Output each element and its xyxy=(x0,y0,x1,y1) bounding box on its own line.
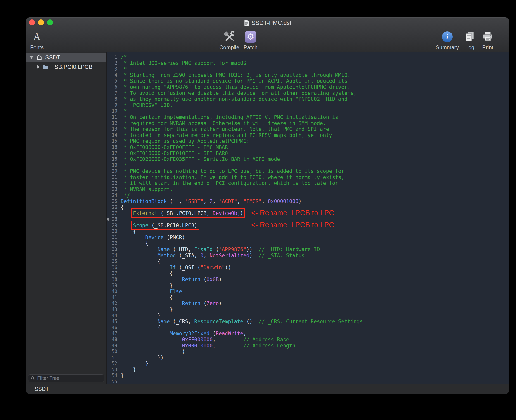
status-bar: SSDT xyxy=(26,384,509,394)
code-line[interactable]: * 0xFE010000~0xFE010FFF - SPI BAR0 xyxy=(121,150,509,157)
code-line[interactable]: * xyxy=(121,66,509,72)
code-line[interactable]: * PMC device has nothing to do to LPC bu… xyxy=(121,168,509,174)
line-number: 3 xyxy=(107,66,117,72)
editor[interactable]: 1234567891011121314151617181920212223242… xyxy=(107,52,509,384)
print-button[interactable]: Print xyxy=(473,30,502,51)
code-line[interactable]: /* xyxy=(121,54,509,60)
code-line[interactable]: * faster initialisation. If we add it to… xyxy=(121,174,509,180)
code-line[interactable]: * Since there is no standard device for … xyxy=(121,78,509,84)
sidebar: SSDT _SB.PCI0.LPCB xyxy=(26,52,106,384)
code-line[interactable]: { xyxy=(121,228,509,234)
line-number: 13 xyxy=(107,126,117,132)
code-line[interactable]: { xyxy=(121,258,509,264)
code-line[interactable]: * xyxy=(121,108,509,114)
code-line[interactable]: * 0xFE020000~0xFE035FFF - SerialIo BAR i… xyxy=(121,156,509,162)
code-line[interactable]: Method (_STA, 0, NotSerialized) // _STA:… xyxy=(121,253,509,259)
highlight-box: Scope (_SB.PCI0.LPCB) xyxy=(133,222,197,228)
code-line[interactable]: } xyxy=(121,313,509,319)
sidebar-item-sb-pci0-lpcb[interactable]: _SB.PCI0.LPCB xyxy=(26,62,106,72)
line-number: 2 xyxy=(107,60,117,66)
line-number: 36 xyxy=(107,264,117,270)
line-number: 5 xyxy=(107,78,117,84)
code-line[interactable]: * On certain implementations, including … xyxy=(121,114,509,120)
filter-tree-input[interactable] xyxy=(37,375,102,381)
code-line[interactable]: } xyxy=(121,373,509,379)
search-icon xyxy=(30,376,35,380)
status-text: SSDT xyxy=(35,386,49,392)
code-line[interactable]: * PMC region is used by AppleIntelPCHPMC… xyxy=(121,138,509,144)
line-number: 53 xyxy=(107,367,117,373)
code-line[interactable]: } xyxy=(121,360,509,367)
code-line[interactable]: * as they normally use another non-stand… xyxy=(121,96,509,102)
code-line[interactable]: DefinitionBlock ("", "SSDT", 2, "ACDT", … xyxy=(121,198,509,204)
code-line[interactable]: 0xFE000000, // Address Base xyxy=(121,337,509,343)
patch-button[interactable]: ⚙ Patch xyxy=(236,30,265,51)
code-line[interactable]: Else xyxy=(121,288,509,294)
code-line[interactable]: * xyxy=(121,162,509,168)
annotation-label: <- Rename LPCB to LPC xyxy=(251,209,334,217)
line-number: 49 xyxy=(107,343,117,349)
line-number: 30 xyxy=(107,228,117,234)
line-number: 7 xyxy=(107,90,117,96)
line-number: 46 xyxy=(107,325,117,331)
line-number: 44 xyxy=(107,313,117,319)
code-line[interactable]: } xyxy=(121,367,509,373)
code-line[interactable]: Return (0x0B) xyxy=(121,277,509,283)
code-line[interactable]: { xyxy=(121,325,509,331)
line-number: 32 xyxy=(107,240,117,246)
line-number: 11 xyxy=(107,114,117,120)
code-line[interactable]: Return (Zero) xyxy=(121,300,509,307)
highlight-box: External (_SB_.PCI0.LPCB, DeviceObj) xyxy=(133,210,243,216)
line-number: 48 xyxy=(107,337,117,343)
code-line[interactable]: }) xyxy=(121,355,509,361)
code-line[interactable]: * 0xFE000000~0xFE00FFFF - PMC MBAR xyxy=(121,144,509,150)
code-line[interactable]: } xyxy=(121,283,509,289)
code-line[interactable]: * The reason for this is rather unclear.… xyxy=(121,126,509,132)
filter-tree-field[interactable] xyxy=(28,374,104,382)
line-number: 41 xyxy=(107,294,117,301)
patch-label: Patch xyxy=(243,44,257,51)
code-line[interactable]: { xyxy=(121,270,509,277)
code-line[interactable]: 0x00010000, // Address Length xyxy=(121,343,509,349)
code-line[interactable]: Name (_HID, EisaId ("APP9876")) // _HID:… xyxy=(121,246,509,253)
disclosure-right-icon[interactable] xyxy=(37,65,39,69)
code-line[interactable]: { xyxy=(121,294,509,301)
code-line[interactable]: * located in separate memory regions and… xyxy=(121,132,509,138)
compile-icon xyxy=(223,30,236,43)
code-line[interactable]: * it will start in the end of PCI config… xyxy=(121,180,509,186)
document-icon xyxy=(244,19,249,26)
code-line[interactable]: If (_OSI ("Darwin")) xyxy=(121,264,509,270)
line-number: 52 xyxy=(107,360,117,367)
patch-icon: ⚙ xyxy=(245,31,256,43)
sidebar-item-ssdt[interactable]: SSDT xyxy=(26,53,106,62)
line-number: 4 xyxy=(107,72,117,78)
code-line[interactable]: Device (PMCR) xyxy=(121,234,509,240)
titlebar[interactable]: SSDT-PMC.dsl xyxy=(26,17,509,28)
fonts-icon: A xyxy=(33,32,40,42)
code-line[interactable]: */ xyxy=(121,192,509,198)
disclosure-down-icon[interactable] xyxy=(29,56,33,59)
line-number: 27 xyxy=(107,210,117,216)
code-line[interactable]: * Starting from Z390 chipsets PMC (D31:F… xyxy=(121,72,509,78)
code-line[interactable] xyxy=(121,379,509,384)
code-line[interactable]: Memory32Fixed (ReadWrite, xyxy=(121,330,509,337)
desktop: SSDT-PMC.dsl A Fonts xyxy=(0,0,516,420)
fonts-button[interactable]: A Fonts xyxy=(26,30,52,51)
code-line[interactable]: * required for NVRAM access. Otherwise i… xyxy=(121,120,509,126)
code-line[interactable]: * own naming "APP9876" to access this de… xyxy=(121,84,509,90)
code-line[interactable]: { xyxy=(121,240,509,246)
line-number: 20 xyxy=(107,168,117,174)
code-line[interactable]: * To avoid confusion we disable this dev… xyxy=(121,90,509,96)
code-line[interactable]: * "PCHRESV" UID. xyxy=(121,102,509,108)
line-number: 19 xyxy=(107,162,117,168)
print-label: Print xyxy=(482,44,493,51)
code-line[interactable]: ) xyxy=(121,349,509,355)
line-number: 35 xyxy=(107,258,117,264)
summary-info-icon: i xyxy=(442,31,453,42)
code-line[interactable]: * Intel 300-series PMC support for macOS xyxy=(121,60,509,66)
code-line[interactable]: Name (_CRS, ResourceTemplate () // _CRS:… xyxy=(121,318,509,325)
code-line[interactable]: * NVRAM support. xyxy=(121,186,509,192)
code-line[interactable]: } xyxy=(121,307,509,313)
line-number: 12 xyxy=(107,120,117,126)
line-number: 38 xyxy=(107,277,117,283)
